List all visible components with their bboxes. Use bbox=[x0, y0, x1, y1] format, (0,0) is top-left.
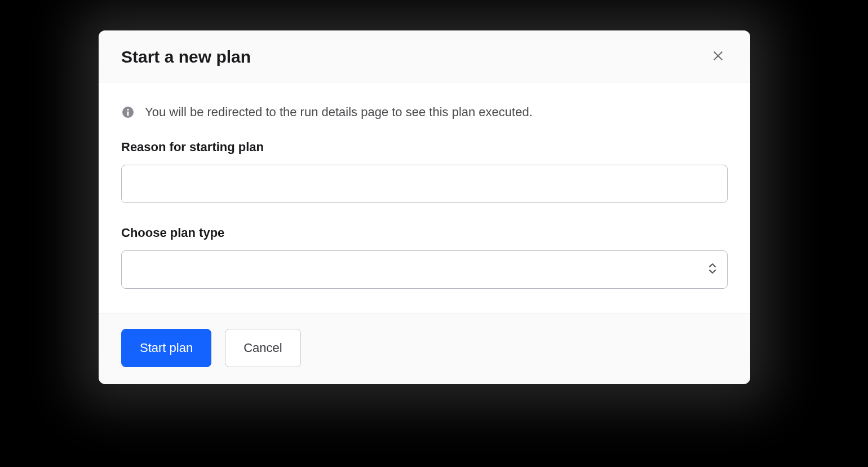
start-plan-modal: Start a new plan You will be redirected … bbox=[99, 30, 750, 384]
info-icon bbox=[121, 105, 135, 119]
reason-field-group: Reason for starting plan bbox=[121, 140, 728, 203]
plan-type-select[interactable] bbox=[121, 250, 728, 289]
start-plan-button[interactable]: Start plan bbox=[121, 329, 211, 367]
modal-footer: Start plan Cancel bbox=[99, 314, 750, 384]
modal-title: Start a new plan bbox=[121, 47, 251, 67]
reason-label: Reason for starting plan bbox=[121, 140, 728, 155]
modal-header: Start a new plan bbox=[99, 30, 750, 82]
plan-type-select-wrap bbox=[121, 250, 728, 289]
modal-body: You will be redirected to the run detail… bbox=[99, 82, 750, 314]
svg-rect-2 bbox=[127, 112, 129, 116]
close-icon bbox=[712, 50, 724, 64]
cancel-button[interactable]: Cancel bbox=[225, 329, 300, 367]
close-button[interactable] bbox=[708, 46, 728, 67]
plan-type-field-group: Choose plan type bbox=[121, 226, 728, 289]
info-text: You will be redirected to the run detail… bbox=[145, 105, 533, 120]
svg-point-1 bbox=[127, 109, 129, 111]
plan-type-label: Choose plan type bbox=[121, 226, 728, 240]
info-banner: You will be redirected to the run detail… bbox=[121, 105, 728, 120]
reason-input[interactable] bbox=[121, 165, 728, 203]
